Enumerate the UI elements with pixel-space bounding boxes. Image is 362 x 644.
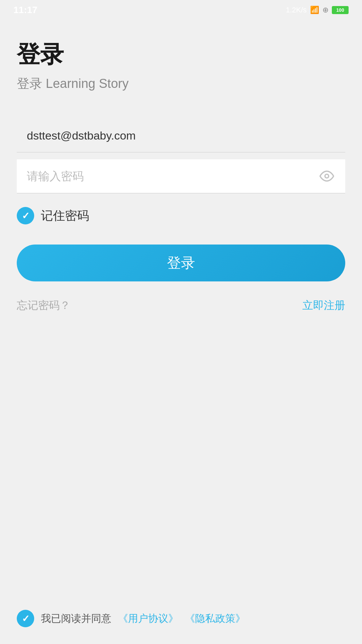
page-title: 登录 — [17, 40, 345, 68]
email-value: dsttest@dstbaby.com — [27, 119, 136, 152]
remember-checkbox[interactable]: ✓ — [17, 207, 34, 224]
status-bar: 11:17 1.2K/s 📶 ⊕ 100 — [0, 0, 362, 20]
network-speed: 1.2K/s — [286, 6, 307, 14]
toggle-password-button[interactable] — [318, 168, 335, 184]
terms-checkbox[interactable]: ✓ — [17, 610, 34, 627]
terms-checkmark-icon: ✓ — [22, 613, 29, 624]
remember-label: 记住密码 — [41, 208, 89, 224]
remember-password-row: ✓ 记住密码 — [17, 207, 345, 224]
signal-icon: 📶 — [310, 6, 319, 14]
status-time: 11:17 — [13, 5, 38, 15]
password-input[interactable] — [17, 159, 345, 193]
login-button[interactable]: 登录 — [17, 245, 345, 281]
terms-bar: ✓ 我已阅读并同意 《用户协议》 《隐私政策》 — [0, 610, 362, 627]
terms-prefix: 我已阅读并同意 — [41, 612, 111, 626]
page-subtitle: 登录 Learning Story — [17, 75, 345, 92]
email-field[interactable]: dsttest@dstbaby.com — [17, 119, 345, 153]
status-icons: 1.2K/s 📶 ⊕ 100 — [286, 6, 349, 14]
register-link[interactable]: 立即注册 — [302, 298, 345, 313]
battery-icon: 100 — [332, 6, 349, 14]
password-wrapper — [17, 159, 345, 194]
user-agreement-link[interactable]: 《用户协议》 — [118, 612, 178, 626]
main-content: 登录 登录 Learning Story dsttest@dstbaby.com… — [0, 20, 362, 313]
forgot-password-link[interactable]: 忘记密码？ — [17, 298, 70, 313]
wifi-icon: ⊕ — [322, 6, 328, 14]
checkmark-icon: ✓ — [22, 210, 29, 221]
svg-point-0 — [325, 174, 329, 178]
privacy-policy-link[interactable]: 《隐私政策》 — [185, 612, 245, 626]
bottom-links: 忘记密码？ 立即注册 — [17, 298, 345, 313]
